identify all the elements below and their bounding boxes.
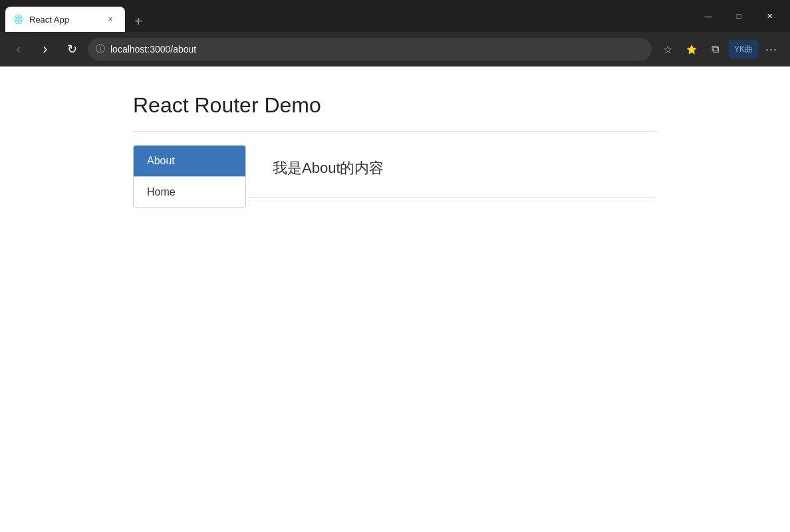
nav-item-home-label: Home [147, 186, 176, 198]
back-button[interactable]: ‹ [8, 39, 29, 60]
about-content-text: 我是About的内容 [273, 152, 637, 178]
title-divider [133, 131, 657, 132]
favorites-icon[interactable]: ☆ [657, 39, 678, 60]
browser-window: React App × + — □ ✕ ‹ › ↻ ⓘ localhost:30… [0, 0, 790, 532]
page-content: React Router Demo About Home 我是About的内容 [0, 66, 790, 532]
star-icon: ☆ [663, 43, 672, 56]
minimize-button[interactable]: — [693, 5, 724, 27]
info-icon: ⓘ [96, 43, 105, 55]
url-display: localhost:3000/about [110, 44, 644, 55]
window-controls: — □ ✕ [693, 5, 785, 27]
app-title: React Router Demo [133, 93, 657, 118]
svg-point-0 [17, 18, 19, 20]
title-bar: React App × + — □ ✕ [0, 0, 790, 32]
nav-item-about[interactable]: About [134, 146, 245, 177]
refresh-icon: ↻ [67, 42, 77, 57]
active-tab[interactable]: React App × [5, 7, 125, 32]
more-icon: ··· [765, 43, 777, 57]
forward-button[interactable]: › [35, 39, 56, 60]
new-tab-button[interactable]: + [128, 11, 149, 32]
address-bar: ‹ › ↻ ⓘ localhost:3000/about ☆ ⭐ ⧉ YK曲 ·… [0, 32, 790, 66]
nav-item-about-label: About [147, 155, 175, 166]
read-aloud-icon[interactable]: ⭐ [681, 39, 702, 60]
tab-favicon [13, 14, 24, 25]
back-icon: ‹ [16, 41, 21, 58]
toolbar-icons: ☆ ⭐ ⧉ YK曲 ··· [657, 39, 782, 60]
profile-button[interactable]: YK曲 [729, 40, 758, 59]
tab-title: React App [29, 15, 98, 25]
more-button[interactable]: ··· [761, 39, 782, 60]
forward-icon: › [43, 41, 47, 58]
nav-item-home[interactable]: Home [134, 177, 245, 207]
close-tab-button[interactable]: × [104, 13, 117, 26]
collections-icon[interactable]: ⧉ [705, 39, 726, 60]
close-window-button[interactable]: ✕ [754, 5, 785, 27]
nav-sidebar: About Home [133, 145, 246, 208]
main-layout: About Home 我是About的内容 [133, 145, 657, 208]
content-area: 我是About的内容 [246, 145, 657, 198]
collections-glyph: ⧉ [712, 43, 719, 55]
address-input-wrap[interactable]: ⓘ localhost:3000/about [88, 38, 652, 61]
maximize-button[interactable]: □ [724, 5, 754, 27]
read-icon: ⭐ [686, 45, 697, 55]
refresh-button[interactable]: ↻ [61, 39, 82, 60]
tab-bar: React App × + [5, 0, 693, 32]
